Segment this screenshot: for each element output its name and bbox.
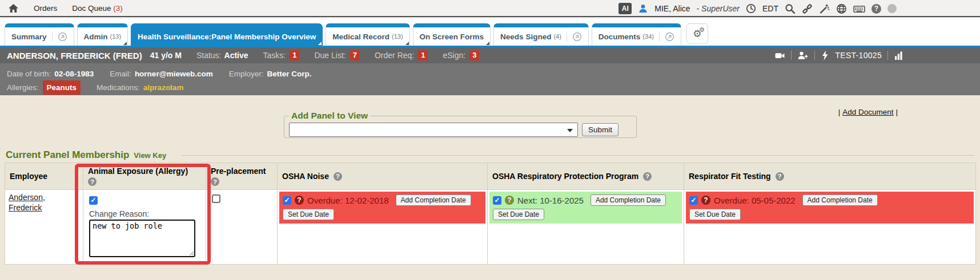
status-text: Overdue: 12-02-2018 — [307, 196, 389, 205]
bar-chart-icon[interactable] — [894, 51, 903, 60]
allergy-badge[interactable]: Peanuts — [43, 80, 81, 95]
patient-age-sex: 41 y/o M — [150, 51, 182, 60]
link-icon[interactable] — [802, 3, 813, 14]
esign-count-badge[interactable]: 3 — [469, 50, 479, 60]
allergies-label: Allergies: — [7, 81, 39, 94]
col-header-osha-respiratory: OSHA Respiratory Protection Program ? — [488, 163, 684, 190]
view-key-link[interactable]: View Key — [134, 151, 166, 160]
tasks-label: Tasks: — [263, 51, 286, 60]
user-role: - SuperUser — [697, 4, 740, 13]
order-req-label: Order Req: — [375, 51, 414, 60]
add-document-action: |Add Document| — [838, 108, 898, 116]
set-due-date-button[interactable]: Set Due Date — [283, 209, 334, 220]
current-panel-membership-header: Current Panel Membership View Key — [6, 149, 166, 161]
ai-badge[interactable]: AI — [618, 3, 632, 14]
wand-icon[interactable] — [819, 3, 830, 14]
keyboard-icon[interactable] — [853, 4, 865, 14]
patient-details-panel: Date of birth: 02-08-1983 Email: horner@… — [0, 63, 980, 95]
panel-membership-table: Employee Animal Exposure (Allergy) ? Pre… — [5, 163, 976, 265]
tab-admin[interactable]: Admin (13) — [77, 23, 128, 46]
divider — [791, 51, 792, 60]
clock-icon[interactable] — [746, 3, 756, 14]
help-icon[interactable]: ? — [295, 196, 304, 205]
tab-count: (34) — [642, 33, 654, 40]
membership-checkbox-checked[interactable]: ✓ — [283, 196, 291, 205]
help-icon[interactable]: ? — [505, 196, 514, 205]
add-person-icon[interactable] — [797, 50, 809, 60]
tab-on-screen-forms[interactable]: On Screen Forms — [413, 23, 491, 46]
help-icon[interactable]: ? — [871, 4, 881, 14]
check-icon: ✓ — [690, 196, 696, 204]
pre-placement-cell — [206, 190, 278, 265]
popout-icon[interactable] — [659, 32, 674, 42]
set-due-date-button[interactable]: Set Due Date — [493, 209, 544, 220]
popout-icon[interactable] — [567, 32, 582, 42]
status-row-2: Set Due Date — [689, 209, 970, 220]
add-completion-date-button[interactable]: Add Completion Date — [591, 194, 666, 206]
change-reason-label: Change Reason: — [89, 209, 200, 218]
tab-medical-record[interactable]: Medical Record (13) — [326, 23, 409, 46]
help-icon[interactable]: ? — [211, 177, 219, 186]
set-due-date-button[interactable]: Set Due Date — [689, 209, 741, 220]
check-icon: ✓ — [284, 196, 290, 204]
add-completion-date-button[interactable]: Add Completion Date — [802, 194, 878, 206]
order-req-count-badge[interactable]: 1 — [418, 50, 428, 60]
lightning-icon[interactable] — [821, 50, 829, 61]
video-camera-icon[interactable] — [774, 51, 785, 60]
tab-summary[interactable]: Summary — [5, 23, 74, 46]
globe-icon[interactable] — [836, 3, 847, 14]
section-title: Current Panel Membership — [6, 149, 129, 161]
tab-health-surveillance-active[interactable]: Health Surveillance:Panel Membership Ove… — [131, 23, 323, 46]
animal-exposure-cell: ✓ Change Reason: new to job role — [83, 190, 206, 265]
status-row: ✓ ? Next: 10-16-2025 Add Completion Date — [493, 194, 678, 206]
status-label: Status: — [196, 51, 222, 60]
add-completion-date-button[interactable]: Add Completion Date — [396, 194, 471, 206]
col-header-label: Pre-placement — [211, 167, 272, 176]
membership-checkbox-unchecked[interactable] — [212, 194, 220, 203]
top-navigation-bar: Orders Doc Queue (3) AI MIE, Alice - Sup… — [0, 0, 980, 17]
col-header-respirator-fit: Respirator Fit Testing ? — [684, 163, 976, 190]
tab-label: On Screen Forms — [420, 33, 484, 41]
gear-icon: ⚙ — [699, 26, 705, 34]
chevron-down-icon — [567, 129, 573, 132]
help-icon[interactable]: ? — [643, 172, 652, 181]
membership-checkbox-checked[interactable]: ✓ — [689, 196, 698, 205]
patient-bar-tools: TEST-10025 — [774, 47, 903, 63]
user-name[interactable]: MIE, Alice — [654, 4, 690, 13]
tasks-count-badge[interactable]: 1 — [290, 50, 299, 60]
membership-checkbox-checked[interactable]: ✓ — [89, 196, 98, 205]
help-icon[interactable]: ? — [334, 172, 342, 181]
tab-settings-gear-button[interactable]: ⚙ ⚙ — [686, 23, 708, 44]
search-icon[interactable] — [785, 3, 796, 14]
patient-header-bar: ANDERSON, FREDERICK (FRED) 41 y/o M Stat… — [0, 47, 980, 63]
due-list-count-badge[interactable]: 7 — [350, 50, 360, 60]
membership-checkbox-checked[interactable]: ✓ — [493, 196, 501, 205]
help-icon[interactable]: ? — [88, 177, 97, 186]
submit-button[interactable]: Submit — [582, 123, 618, 136]
panel-select-dropdown[interactable] — [289, 123, 578, 137]
col-header-pre-placement: Pre-placement ? — [206, 163, 278, 190]
app-window: Orders Doc Queue (3) AI MIE, Alice - Sup… — [0, 0, 980, 280]
employee-link[interactable]: Anderson, Frederick — [9, 193, 45, 212]
popout-icon[interactable] — [52, 32, 67, 42]
help-icon[interactable]: ? — [701, 196, 710, 205]
status-text: Overdue: 05-05-2022 — [714, 196, 796, 205]
col-header-label: Respirator Fit Testing — [689, 172, 771, 181]
help-icon[interactable]: ? — [776, 172, 784, 181]
col-header-employee: Employee — [5, 163, 83, 190]
user-icon — [638, 3, 648, 14]
dob-value: 02-08-1983 — [54, 67, 94, 80]
status-text: Next: 10-16-2025 — [517, 196, 584, 205]
tab-needs-signed[interactable]: Needs Signed (4) — [493, 23, 589, 46]
orders-link[interactable]: Orders — [34, 4, 57, 13]
status-row-2: Set Due Date — [493, 209, 678, 220]
medications-label: Medications: — [97, 81, 140, 94]
medication-value[interactable]: alprazolam — [143, 81, 184, 94]
tab-label: Needs Signed — [500, 33, 551, 41]
presence-circle-icon[interactable] — [887, 4, 897, 13]
add-document-link[interactable]: Add Document — [842, 108, 893, 116]
home-icon[interactable] — [8, 3, 19, 13]
doc-queue-link[interactable]: Doc Queue (3) — [72, 4, 123, 13]
tab-documents[interactable]: Documents (34) — [592, 23, 681, 46]
change-reason-textarea[interactable]: new to job role — [89, 220, 195, 257]
